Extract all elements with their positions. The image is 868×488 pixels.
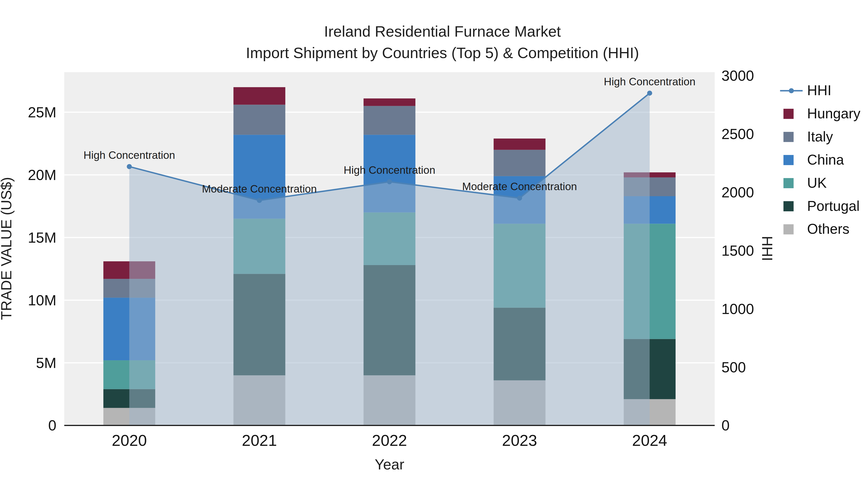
legend-item-hhi[interactable]: HHI	[780, 83, 831, 98]
legend-item-portugal[interactable]: Portugal	[783, 198, 860, 214]
x-tick-2024: 2024	[632, 432, 668, 449]
legend-item-italy[interactable]: Italy	[783, 129, 833, 144]
legend-label-portugal: Portugal	[807, 198, 860, 214]
hhi-marker-2023	[517, 195, 522, 200]
y-right-tick-1500: 1500	[721, 242, 754, 259]
annotation-2023: Moderate Concentration	[462, 181, 577, 192]
bar-segment-italy-2023	[494, 150, 546, 176]
legend-label-hhi: HHI	[807, 83, 832, 98]
annotation-2024: High Concentration	[604, 76, 695, 88]
y-left-tick-10M: 10M	[28, 292, 56, 308]
y-right-tick-0: 0	[721, 417, 730, 433]
y-right-tick-2500: 2500	[721, 126, 754, 142]
legend-swatch-hungary	[783, 109, 794, 119]
x-axis-label: Year	[375, 456, 404, 473]
legend-label-hungary: Hungary	[807, 105, 861, 121]
x-tick-2020: 2020	[112, 432, 147, 449]
legend-swatch-italy	[783, 132, 794, 142]
hhi-marker-2020	[127, 164, 132, 169]
plot-layer: High ConcentrationModerate Concentration…	[28, 67, 754, 449]
x-tick-2021: 2021	[242, 432, 277, 449]
y-left-tick-5M: 5M	[36, 355, 56, 371]
legend-label-china: China	[807, 152, 844, 167]
annotation-2022: High Concentration	[344, 164, 435, 176]
legend-item-hungary[interactable]: Hungary	[783, 105, 861, 121]
y-left-tick-20M: 20M	[28, 167, 56, 183]
furnace-market-chart: High ConcentrationModerate Concentration…	[0, 0, 868, 488]
chart-title-line2: Import Shipment by Countries (Top 5) & C…	[246, 44, 639, 61]
hhi-marker-2021	[257, 198, 262, 203]
x-tick-2022: 2022	[372, 432, 407, 449]
x-tick-2023: 2023	[502, 432, 537, 449]
y-left-tick-15M: 15M	[28, 229, 56, 246]
bar-segment-italy-2022	[364, 106, 415, 135]
legend-item-uk[interactable]: UK	[783, 175, 827, 191]
y-left-tick-0: 0	[48, 417, 56, 433]
legend-swatch-others	[783, 224, 794, 234]
legend-label-others: Others	[807, 221, 849, 237]
y2-axis-label: HHI	[759, 236, 775, 261]
legend-marker-hhi	[789, 88, 794, 93]
chart-title-line1: Ireland Residential Furnace Market	[324, 23, 561, 40]
annotation-2021: Moderate Concentration	[202, 183, 317, 195]
bar-segment-hungary-2022	[364, 98, 415, 106]
legend: HHIHungaryItalyChinaUKPortugalOthers	[780, 83, 861, 237]
hhi-marker-2024	[647, 91, 652, 96]
y-right-tick-500: 500	[721, 359, 746, 376]
y-left-tick-25M: 25M	[28, 104, 56, 121]
legend-label-italy: Italy	[807, 129, 833, 144]
legend-label-uk: UK	[807, 175, 827, 191]
legend-swatch-portugal	[783, 201, 794, 212]
legend-item-others[interactable]: Others	[783, 221, 849, 237]
y-axis-label: TRADE VALUE (US$)	[0, 177, 14, 320]
annotation-2020: High Concentration	[84, 149, 175, 161]
bar-segment-hungary-2023	[494, 138, 546, 150]
legend-item-china[interactable]: China	[783, 152, 844, 167]
y-right-tick-2000: 2000	[721, 184, 754, 200]
y-right-tick-3000: 3000	[721, 67, 754, 84]
hhi-marker-2022	[387, 179, 392, 184]
y-right-tick-1000: 1000	[721, 301, 754, 317]
legend-swatch-uk	[783, 178, 794, 188]
legend-swatch-china	[783, 155, 794, 165]
bar-segment-italy-2021	[234, 105, 285, 135]
bar-segment-hungary-2021	[234, 87, 285, 105]
